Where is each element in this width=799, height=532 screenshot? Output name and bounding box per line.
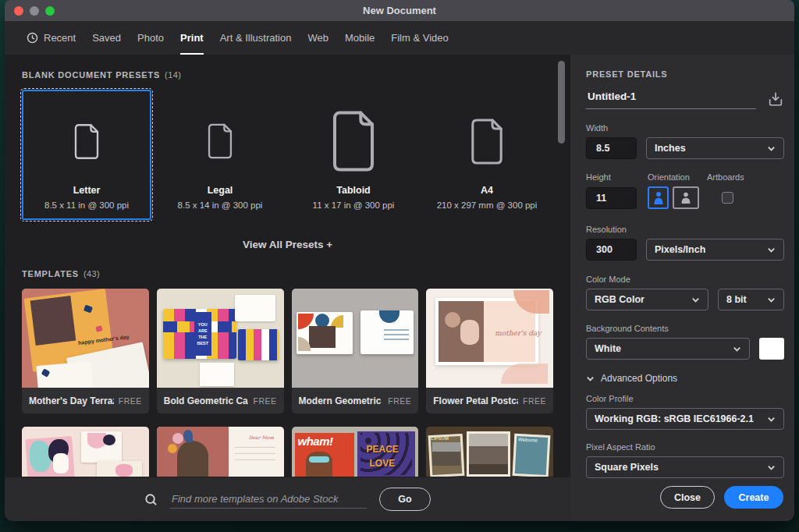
tab-web[interactable]: Web	[307, 21, 328, 55]
width-input[interactable]	[586, 137, 637, 159]
search-icon	[144, 493, 158, 506]
preset-row: Letter 8.5 x 11 in @ 300 ppi Legal 8.5 x…	[22, 90, 553, 220]
templates-count: (43)	[83, 269, 100, 278]
tab-art-illustration[interactable]: Art & Illustration	[220, 21, 292, 55]
template-thumbnail	[292, 289, 419, 388]
background-color-swatch[interactable]	[759, 338, 784, 360]
template-card-partial-2[interactable]: Dear Mom	[157, 427, 284, 477]
save-preset-icon[interactable]	[767, 90, 784, 108]
width-label: Width	[586, 123, 784, 133]
template-card-partial-1[interactable]	[22, 427, 149, 477]
dialog-action-buttons: Close Create	[660, 486, 783, 509]
height-input[interactable]	[586, 187, 637, 209]
template-card-partial-3[interactable]: wham! PEACE LOVE	[292, 427, 419, 477]
color-profile-dropdown[interactable]: Working RGB: sRGB IEC61966-2.1	[586, 408, 784, 430]
units-dropdown[interactable]: Inches	[646, 137, 784, 159]
background-contents-value: White	[595, 343, 621, 354]
template-free-badge: FREE	[388, 396, 411, 406]
template-thumbnail: mother's day	[426, 289, 553, 388]
chevron-down-icon	[767, 246, 776, 254]
bit-depth-dropdown[interactable]: 8 bit	[718, 289, 784, 310]
orientation-landscape-button[interactable]	[673, 186, 699, 209]
close-button[interactable]: Close	[660, 486, 715, 509]
window-controls	[14, 6, 55, 16]
color-profile-label: Color Profile	[586, 394, 784, 403]
advanced-options-label: Advanced Options	[601, 373, 677, 384]
artboards-label: Artboards	[707, 172, 744, 182]
pixel-aspect-ratio-dropdown[interactable]: Square Pixels	[586, 456, 784, 478]
background-contents-dropdown[interactable]: White	[586, 338, 750, 360]
preset-card-legal[interactable]: Legal 8.5 x 14 in @ 300 ppi	[155, 90, 285, 220]
template-thumbnail: happy mother's day	[22, 289, 149, 388]
document-name-row	[586, 90, 784, 109]
advanced-options-toggle[interactable]: Advanced Options	[586, 373, 784, 384]
create-button[interactable]: Create	[724, 486, 783, 509]
orientation-label: Orientation	[648, 172, 707, 182]
color-mode-dropdown[interactable]: RGB Color	[586, 289, 708, 310]
preset-dimensions: 210 x 297 mm @ 300 ppi	[437, 200, 538, 210]
template-footer: Modern Geometric P... FREE	[292, 388, 419, 413]
preset-card-letter[interactable]: Letter 8.5 x 11 in @ 300 ppi	[22, 90, 151, 220]
preset-name: Tabloid	[336, 185, 371, 196]
tab-label: Film & Video	[391, 32, 448, 44]
tab-label: Web	[307, 32, 328, 44]
template-card-modern-geometric[interactable]: Modern Geometric P... FREE	[292, 289, 419, 413]
template-thumbnail: YOU ARE THE BEST	[157, 289, 284, 388]
title-bar: New Document	[5, 0, 794, 21]
template-name: Flower Petal Postcar...	[433, 395, 518, 406]
orientation-portrait-button[interactable]	[648, 186, 669, 209]
landscape-person-icon	[680, 192, 691, 204]
template-free-badge: FREE	[523, 396, 546, 406]
template-card-mothers-day-terrazzo[interactable]: happy mother's day Mother's Day Terrazz.…	[22, 289, 149, 413]
zoom-window-button[interactable]	[45, 6, 55, 16]
tab-mobile[interactable]: Mobile	[345, 21, 375, 55]
new-document-dialog: New Document Recent Saved Photo Print Ar…	[5, 0, 794, 521]
stock-search-bar: Go	[5, 477, 570, 521]
chevron-down-icon	[767, 144, 776, 153]
preset-icon-box	[329, 98, 378, 185]
resolution-input[interactable]	[586, 239, 637, 261]
document-name-input[interactable]	[586, 90, 756, 109]
preset-icon-box	[206, 98, 234, 185]
template-name: Mother's Day Terrazz...	[29, 395, 114, 406]
window-title: New Document	[363, 5, 436, 16]
presets-count: (14)	[165, 70, 181, 80]
tab-recent[interactable]: Recent	[27, 21, 76, 55]
template-footer: Flower Petal Postcar... FREE	[426, 388, 553, 413]
preset-card-tabloid[interactable]: Tabloid 11 x 17 in @ 300 ppi	[289, 90, 418, 220]
document-page-icon	[468, 118, 506, 165]
stock-search-input[interactable]	[170, 490, 367, 509]
templates-heading-text: TEMPLATES	[22, 269, 79, 278]
tab-label: Mobile	[345, 32, 375, 44]
artboards-checkbox[interactable]	[722, 192, 733, 204]
chevron-down-icon	[691, 296, 700, 304]
scrollbar-thumb[interactable]	[558, 61, 565, 144]
pixel-aspect-ratio-label: Pixel Aspect Ratio	[586, 442, 784, 452]
bit-depth-value: 8 bit	[726, 294, 747, 305]
preset-icon-box	[72, 98, 101, 185]
preset-name: A4	[481, 185, 493, 196]
preset-card-a4[interactable]: A4 210 x 297 mm @ 300 ppi	[422, 90, 552, 220]
tab-saved[interactable]: Saved	[92, 21, 121, 55]
template-row-1: happy mother's day Mother's Day Terrazz.…	[22, 289, 553, 413]
template-card-flower-petal[interactable]: mother's day Flower Petal Postcar... FRE…	[426, 289, 553, 413]
close-window-button[interactable]	[14, 6, 23, 16]
color-mode-label: Color Mode	[586, 275, 784, 284]
tab-label: Art & Illustration	[220, 32, 292, 44]
content-scroll: BLANK DOCUMENT PRESETS(14) Letter 8.5 x …	[5, 55, 570, 477]
preset-name: Legal	[208, 185, 233, 196]
content-area: BLANK DOCUMENT PRESETS(14) Letter 8.5 x …	[5, 55, 570, 521]
color-profile-value: Working RGB: sRGB IEC61966-2.1	[595, 413, 754, 424]
template-card-bold-geometric[interactable]: YOU ARE THE BEST Bold Geometric Card... …	[157, 289, 284, 413]
resolution-unit-dropdown[interactable]: Pixels/Inch	[646, 239, 784, 261]
chevron-down-icon	[767, 296, 776, 304]
view-all-presets-link[interactable]: View All Presets +	[22, 239, 553, 250]
preset-dimensions: 8.5 x 14 in @ 300 ppi	[178, 200, 263, 210]
go-button[interactable]: Go	[379, 488, 431, 511]
tab-photo[interactable]: Photo	[137, 21, 164, 55]
tab-print[interactable]: Print	[180, 21, 204, 55]
template-card-partial-4[interactable]: LIPSUM Welcome	[426, 427, 553, 477]
tab-film-video[interactable]: Film & Video	[391, 21, 448, 55]
document-page-icon	[329, 108, 378, 174]
templates-section-heading: TEMPLATES(43)	[22, 269, 553, 278]
